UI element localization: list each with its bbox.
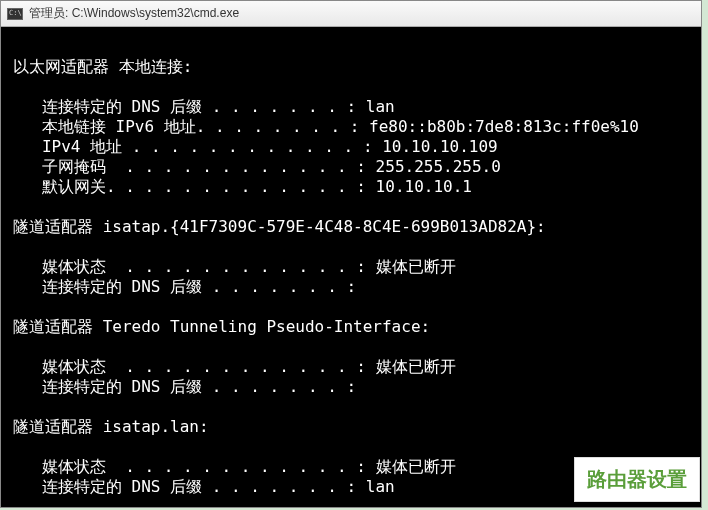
window-title: 管理员: C:\Windows\system32\cmd.exe bbox=[29, 5, 239, 22]
line-21: 媒体状态 . . . . . . . . . . . . : 媒体已断开 bbox=[13, 457, 456, 476]
line-14: 隧道适配器 Teredo Tunneling Pseudo-Interface: bbox=[13, 317, 430, 336]
cmd-icon: C:\ bbox=[7, 8, 23, 20]
line-19: 隧道适配器 isatap.lan: bbox=[13, 417, 209, 436]
line-6: 子网掩码 . . . . . . . . . . . . : 255.255.2… bbox=[13, 157, 501, 176]
cmd-window: C:\ 管理员: C:\Windows\system32\cmd.exe 以太网… bbox=[0, 0, 702, 508]
line-4: 本地链接 IPv6 地址. . . . . . . . : fe80::b80b… bbox=[13, 117, 639, 136]
titlebar[interactable]: C:\ 管理员: C:\Windows\system32\cmd.exe bbox=[1, 1, 701, 27]
line-5: IPv4 地址 . . . . . . . . . . . . : 10.10.… bbox=[13, 137, 498, 156]
line-11: 媒体状态 . . . . . . . . . . . . : 媒体已断开 bbox=[13, 257, 456, 276]
line-3: 连接特定的 DNS 后缀 . . . . . . . : lan bbox=[13, 97, 395, 116]
terminal-output[interactable]: 以太网适配器 本地连接: 连接特定的 DNS 后缀 . . . . . . . … bbox=[1, 27, 701, 507]
line-17: 连接特定的 DNS 后缀 . . . . . . . : bbox=[13, 377, 356, 396]
line-12: 连接特定的 DNS 后缀 . . . . . . . : bbox=[13, 277, 356, 296]
line-9: 隧道适配器 isatap.{41F7309C-579E-4C48-8C4E-69… bbox=[13, 217, 546, 236]
line-16: 媒体状态 . . . . . . . . . . . . : 媒体已断开 bbox=[13, 357, 456, 376]
watermark-badge: 路由器设置 bbox=[574, 457, 700, 502]
line-7: 默认网关. . . . . . . . . . . . . : 10.10.10… bbox=[13, 177, 472, 196]
line-1: 以太网适配器 本地连接: bbox=[13, 57, 192, 76]
line-22: 连接特定的 DNS 后缀 . . . . . . . : lan bbox=[13, 477, 395, 496]
